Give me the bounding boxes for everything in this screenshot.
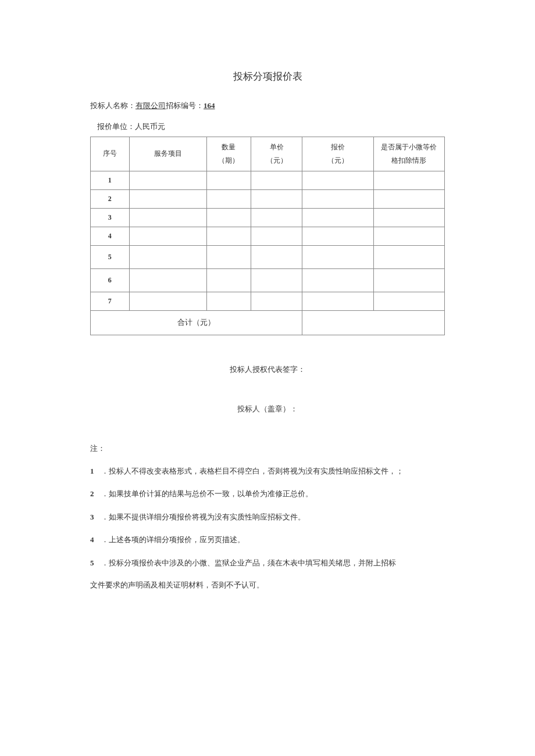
qty-cell (207, 292, 251, 310)
table-row: 7 (91, 292, 445, 310)
item-cell (129, 189, 206, 208)
qty-cell (207, 189, 251, 208)
header-qty: 数量 （期） (207, 137, 251, 171)
note-number: 3 (90, 511, 99, 523)
price-cell (302, 268, 373, 292)
micro-cell (373, 189, 444, 208)
header-micro: 是否属于小微等价 格扣除情形 (373, 137, 444, 171)
qty-cell (207, 227, 251, 245)
header-micro-line2: 格扣除情形 (391, 156, 426, 164)
unit-cell (251, 189, 302, 208)
note-number: 4 (90, 534, 99, 546)
note-number: 2 (90, 488, 99, 500)
note-text: ．上述各项的详细分项报价，应另页描述。 (101, 535, 245, 544)
document-title: 投标分项报价表 (90, 70, 445, 83)
note-item: 1 ．投标人不得改变表格形式，表格栏目不得空白，否则将视为没有实质性响应招标文件… (90, 465, 445, 477)
note-item: 4 ．上述各项的详细分项报价，应另页描述。 (90, 534, 445, 546)
note-item: 5 ．投标分项报价表中涉及的小微、监狱企业产品，须在木表中填写相关绪思，并附上招… (90, 557, 445, 569)
micro-cell (373, 245, 444, 268)
table-row: 6 (91, 268, 445, 292)
unit-cell (251, 245, 302, 268)
seq-cell: 4 (91, 227, 130, 245)
note-text: ．投标人不得改变表格形式，表格栏目不得空白，否则将视为没有实质性响应招标文件，； (101, 467, 404, 475)
seq-cell: 7 (91, 292, 130, 310)
bidder-label: 投标人名称： (90, 101, 135, 110)
note-number: 1 (90, 465, 99, 477)
quotation-table: 序号 服务项目 数量 （期） 单价 （元） 报价 （元） 是否属于小微等价 格扣… (90, 137, 445, 335)
table-row: 4 (91, 227, 445, 245)
item-cell (129, 227, 206, 245)
table-row: 5 (91, 245, 445, 268)
micro-cell (373, 292, 444, 310)
note-text: ．如果不提供详细分项报价将视为没有实质性响应招标文件。 (101, 513, 305, 521)
seq-cell: 2 (91, 189, 130, 208)
total-label-cell: 合计（元） (91, 310, 302, 335)
item-cell (129, 245, 206, 268)
header-seq: 序号 (91, 137, 130, 171)
item-cell (129, 208, 206, 227)
unit-cell (251, 292, 302, 310)
header-unit-line1: 单价 (270, 143, 284, 151)
note-number: 5 (90, 557, 99, 569)
micro-cell (373, 171, 444, 189)
header-price-line2: （元） (327, 156, 348, 164)
header-unit-price: 单价 （元） (251, 137, 302, 171)
tender-number: 164 (204, 101, 215, 110)
qty-cell (207, 171, 251, 189)
price-cell (302, 189, 373, 208)
seq-cell: 3 (91, 208, 130, 227)
total-value-cell (302, 310, 445, 335)
micro-cell (373, 227, 444, 245)
price-cell (302, 245, 373, 268)
note-item: 2 ．如果技单价计算的结果与总价不一致，以单价为准修正总价。 (90, 488, 445, 500)
notes-header: 注： (90, 443, 445, 454)
unit-cell (251, 171, 302, 189)
unit-cell (251, 227, 302, 245)
unit-cell (251, 268, 302, 292)
signature-line: 投标人授权代表签字： (90, 364, 445, 375)
item-cell (129, 171, 206, 189)
bidder-company: 有限公司 (135, 101, 166, 110)
note-continuation: 文件要求的声明函及相关证明材料，否则不予认可。 (90, 580, 445, 590)
header-price-line1: 报价 (331, 143, 345, 151)
tender-label: 招标编号： (166, 101, 204, 110)
table-row: 1 (91, 171, 445, 189)
qty-cell (207, 268, 251, 292)
header-price: 报价 （元） (302, 137, 373, 171)
seq-cell: 5 (91, 245, 130, 268)
table-row: 2 (91, 189, 445, 208)
total-row: 合计（元） (91, 310, 445, 335)
table-row: 3 (91, 208, 445, 227)
micro-cell (373, 268, 444, 292)
qty-cell (207, 245, 251, 268)
header-qty-line1: 数量 (222, 143, 236, 151)
header-unit-line2: （元） (266, 156, 287, 164)
header-micro-line1: 是否属于小微等价 (381, 143, 437, 151)
price-unit-line: 报价单位：人民币元 (97, 121, 445, 132)
micro-cell (373, 208, 444, 227)
price-cell (302, 208, 373, 227)
price-cell (302, 292, 373, 310)
note-text: ．如果技单价计算的结果与总价不一致，以单价为准修正总价。 (101, 489, 313, 498)
note-item: 3 ．如果不提供详细分项报价将视为没有实质性响应招标文件。 (90, 511, 445, 523)
item-cell (129, 268, 206, 292)
seal-line: 投标人（盖章）： (90, 404, 445, 414)
seq-cell: 6 (91, 268, 130, 292)
bidder-info-line: 投标人名称：有限公司招标编号：164 (90, 101, 445, 111)
qty-cell (207, 208, 251, 227)
header-qty-line2: （期） (218, 156, 239, 164)
table-header-row: 序号 服务项目 数量 （期） 单价 （元） 报价 （元） 是否属于小微等价 格扣… (91, 137, 445, 171)
header-item: 服务项目 (129, 137, 206, 171)
price-cell (302, 171, 373, 189)
price-cell (302, 227, 373, 245)
note-text: ．投标分项报价表中涉及的小微、监狱企业产品，须在木表中填写相关绪思，并附上招标 (101, 558, 396, 567)
item-cell (129, 292, 206, 310)
unit-cell (251, 208, 302, 227)
seq-cell: 1 (91, 171, 130, 189)
